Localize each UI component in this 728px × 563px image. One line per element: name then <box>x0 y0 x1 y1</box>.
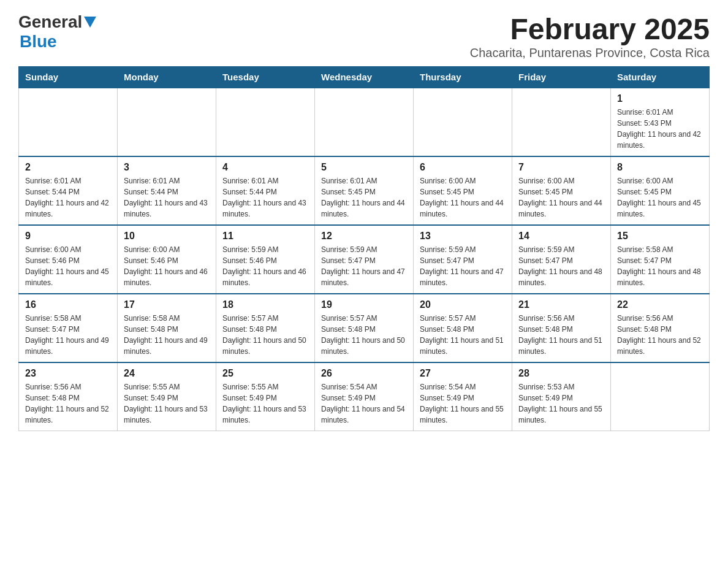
calendar-cell: 7Sunrise: 6:00 AM Sunset: 5:45 PM Daylig… <box>512 156 611 225</box>
calendar-cell: 2Sunrise: 6:01 AM Sunset: 5:44 PM Daylig… <box>19 156 118 225</box>
day-sun-info: Sunrise: 5:59 AM Sunset: 5:47 PM Dayligh… <box>321 244 407 288</box>
day-sun-info: Sunrise: 5:58 AM Sunset: 5:48 PM Dayligh… <box>124 313 210 357</box>
day-number: 20 <box>420 299 506 310</box>
calendar-cell: 28Sunrise: 5:53 AM Sunset: 5:49 PM Dayli… <box>512 362 611 431</box>
week-row-5: 23Sunrise: 5:56 AM Sunset: 5:48 PM Dayli… <box>19 362 710 431</box>
calendar-cell: 21Sunrise: 5:56 AM Sunset: 5:48 PM Dayli… <box>512 294 611 362</box>
weekday-header-monday: Monday <box>118 67 216 88</box>
day-sun-info: Sunrise: 6:00 AM Sunset: 5:45 PM Dayligh… <box>617 175 703 220</box>
day-number: 10 <box>124 231 210 242</box>
calendar-cell: 9Sunrise: 6:00 AM Sunset: 5:46 PM Daylig… <box>19 225 118 294</box>
day-sun-info: Sunrise: 6:01 AM Sunset: 5:44 PM Dayligh… <box>222 175 308 220</box>
weekday-header-friday: Friday <box>512 67 611 88</box>
weekday-header-wednesday: Wednesday <box>315 67 414 88</box>
day-number: 25 <box>222 368 308 379</box>
day-sun-info: Sunrise: 5:55 AM Sunset: 5:49 PM Dayligh… <box>222 381 308 426</box>
day-number: 9 <box>25 231 111 242</box>
day-number: 19 <box>321 299 407 310</box>
day-number: 21 <box>518 299 604 310</box>
day-sun-info: Sunrise: 5:59 AM Sunset: 5:47 PM Dayligh… <box>420 244 506 288</box>
calendar-cell <box>315 88 414 156</box>
day-number: 15 <box>617 231 703 242</box>
calendar-cell: 12Sunrise: 5:59 AM Sunset: 5:47 PM Dayli… <box>315 225 414 294</box>
month-title: February 2025 <box>470 12 710 46</box>
calendar-cell: 18Sunrise: 5:57 AM Sunset: 5:48 PM Dayli… <box>216 294 315 362</box>
logo-blue-text: Blue <box>20 32 57 51</box>
day-sun-info: Sunrise: 5:57 AM Sunset: 5:48 PM Dayligh… <box>321 313 407 357</box>
weekday-header-thursday: Thursday <box>414 67 512 88</box>
calendar-cell: 4Sunrise: 6:01 AM Sunset: 5:44 PM Daylig… <box>216 156 315 225</box>
calendar-cell: 23Sunrise: 5:56 AM Sunset: 5:48 PM Dayli… <box>19 362 118 431</box>
day-sun-info: Sunrise: 6:00 AM Sunset: 5:46 PM Dayligh… <box>25 244 111 288</box>
day-number: 5 <box>321 162 407 173</box>
week-row-1: 1Sunrise: 6:01 AM Sunset: 5:43 PM Daylig… <box>19 88 710 156</box>
day-number: 22 <box>617 299 703 310</box>
day-sun-info: Sunrise: 5:54 AM Sunset: 5:49 PM Dayligh… <box>321 381 407 426</box>
day-sun-info: Sunrise: 5:59 AM Sunset: 5:46 PM Dayligh… <box>222 244 308 288</box>
calendar-cell <box>118 88 216 156</box>
location-subtitle: Chacarita, Puntarenas Province, Costa Ri… <box>470 46 710 60</box>
day-number: 1 <box>617 93 703 104</box>
day-number: 7 <box>518 162 604 173</box>
calendar-cell: 1Sunrise: 6:01 AM Sunset: 5:43 PM Daylig… <box>611 88 710 156</box>
weekday-header-saturday: Saturday <box>611 67 710 88</box>
day-number: 3 <box>124 162 210 173</box>
day-sun-info: Sunrise: 6:01 AM Sunset: 5:43 PM Dayligh… <box>617 107 703 151</box>
day-sun-info: Sunrise: 5:57 AM Sunset: 5:48 PM Dayligh… <box>222 313 308 357</box>
day-number: 4 <box>222 162 308 173</box>
calendar-cell: 17Sunrise: 5:58 AM Sunset: 5:48 PM Dayli… <box>118 294 216 362</box>
calendar-cell: 11Sunrise: 5:59 AM Sunset: 5:46 PM Dayli… <box>216 225 315 294</box>
day-sun-info: Sunrise: 5:57 AM Sunset: 5:48 PM Dayligh… <box>420 313 506 357</box>
title-block: February 2025 Chacarita, Puntarenas Prov… <box>470 12 710 60</box>
calendar-cell: 15Sunrise: 5:58 AM Sunset: 5:47 PM Dayli… <box>611 225 710 294</box>
day-sun-info: Sunrise: 6:00 AM Sunset: 5:46 PM Dayligh… <box>124 244 210 288</box>
day-number: 17 <box>124 299 210 310</box>
calendar-cell: 24Sunrise: 5:55 AM Sunset: 5:49 PM Dayli… <box>118 362 216 431</box>
logo: General Blue <box>18 12 96 52</box>
day-sun-info: Sunrise: 6:01 AM Sunset: 5:44 PM Dayligh… <box>25 175 111 220</box>
calendar-cell: 16Sunrise: 5:58 AM Sunset: 5:47 PM Dayli… <box>19 294 118 362</box>
calendar-cell: 25Sunrise: 5:55 AM Sunset: 5:49 PM Dayli… <box>216 362 315 431</box>
day-sun-info: Sunrise: 5:58 AM Sunset: 5:47 PM Dayligh… <box>25 313 111 357</box>
day-number: 11 <box>222 231 308 242</box>
day-sun-info: Sunrise: 6:00 AM Sunset: 5:45 PM Dayligh… <box>518 175 604 220</box>
day-sun-info: Sunrise: 5:56 AM Sunset: 5:48 PM Dayligh… <box>518 313 604 357</box>
day-number: 18 <box>222 299 308 310</box>
day-number: 8 <box>617 162 703 173</box>
calendar-cell <box>19 88 118 156</box>
day-number: 26 <box>321 368 407 379</box>
day-sun-info: Sunrise: 5:55 AM Sunset: 5:49 PM Dayligh… <box>124 381 210 426</box>
week-row-2: 2Sunrise: 6:01 AM Sunset: 5:44 PM Daylig… <box>19 156 710 225</box>
calendar-cell: 20Sunrise: 5:57 AM Sunset: 5:48 PM Dayli… <box>414 294 512 362</box>
calendar-cell: 5Sunrise: 6:01 AM Sunset: 5:45 PM Daylig… <box>315 156 414 225</box>
day-sun-info: Sunrise: 5:53 AM Sunset: 5:49 PM Dayligh… <box>518 381 604 426</box>
calendar-cell: 19Sunrise: 5:57 AM Sunset: 5:48 PM Dayli… <box>315 294 414 362</box>
calendar-cell <box>216 88 315 156</box>
weekday-header-sunday: Sunday <box>19 67 118 88</box>
calendar-cell: 14Sunrise: 5:59 AM Sunset: 5:47 PM Dayli… <box>512 225 611 294</box>
week-row-4: 16Sunrise: 5:58 AM Sunset: 5:47 PM Dayli… <box>19 294 710 362</box>
day-number: 27 <box>420 368 506 379</box>
week-row-3: 9Sunrise: 6:00 AM Sunset: 5:46 PM Daylig… <box>19 225 710 294</box>
day-number: 6 <box>420 162 506 173</box>
day-number: 12 <box>321 231 407 242</box>
svg-marker-0 <box>84 17 96 28</box>
day-number: 24 <box>124 368 210 379</box>
calendar-cell: 3Sunrise: 6:01 AM Sunset: 5:44 PM Daylig… <box>118 156 216 225</box>
day-sun-info: Sunrise: 5:56 AM Sunset: 5:48 PM Dayligh… <box>25 381 111 426</box>
day-sun-info: Sunrise: 5:59 AM Sunset: 5:47 PM Dayligh… <box>518 244 604 288</box>
calendar-cell: 13Sunrise: 5:59 AM Sunset: 5:47 PM Dayli… <box>414 225 512 294</box>
day-sun-info: Sunrise: 5:56 AM Sunset: 5:48 PM Dayligh… <box>617 313 703 357</box>
weekday-header-row: SundayMondayTuesdayWednesdayThursdayFrid… <box>19 67 710 88</box>
calendar-cell: 8Sunrise: 6:00 AM Sunset: 5:45 PM Daylig… <box>611 156 710 225</box>
calendar-cell <box>611 362 710 431</box>
day-sun-info: Sunrise: 6:00 AM Sunset: 5:45 PM Dayligh… <box>420 175 506 220</box>
calendar-cell: 10Sunrise: 6:00 AM Sunset: 5:46 PM Dayli… <box>118 225 216 294</box>
calendar-cell <box>414 88 512 156</box>
day-number: 13 <box>420 231 506 242</box>
calendar-table: SundayMondayTuesdayWednesdayThursdayFrid… <box>18 66 710 431</box>
day-number: 28 <box>518 368 604 379</box>
calendar-cell: 22Sunrise: 5:56 AM Sunset: 5:48 PM Dayli… <box>611 294 710 362</box>
day-number: 23 <box>25 368 111 379</box>
day-number: 14 <box>518 231 604 242</box>
